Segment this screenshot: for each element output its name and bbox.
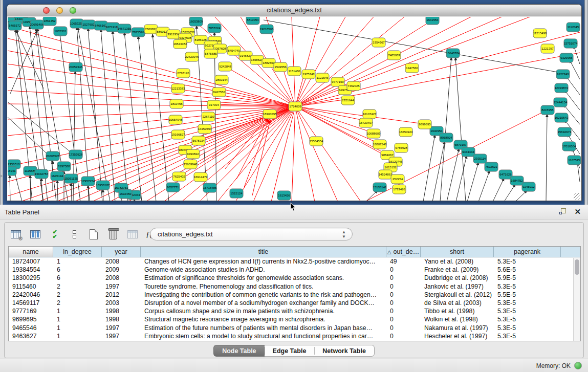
graph-node[interactable]: 1641554	[426, 17, 439, 25]
graph-node[interactable]: 1121546	[316, 73, 329, 82]
graph-node[interactable]: 17359928	[69, 150, 83, 159]
graph-node[interactable]: 7815526	[132, 28, 145, 37]
graph-node[interactable]: 917004	[207, 100, 221, 110]
graph-node[interactable]: 9493822	[186, 149, 200, 159]
panel-collapse-arrow-icon[interactable]	[0, 174, 3, 178]
graph-node[interactable]: 16107427	[363, 110, 377, 119]
tab-node-table[interactable]: Node Table	[213, 345, 264, 357]
graph-node[interactable]: 9227343	[556, 70, 570, 79]
table-row[interactable]: 946362711997Embryonic stem cells: a mode…	[9, 332, 580, 340]
table-row[interactable]: 977716911998Corpus callosum shape and si…	[9, 307, 580, 315]
table-row[interactable]: 911546021997Tourette syndrome. Phenomeno…	[9, 282, 580, 291]
graph-node[interactable]: 8813054	[246, 17, 259, 25]
table-row[interactable]: 946554611997Estimation of the future num…	[9, 324, 580, 332]
table-row[interactable]: 969969511998Structural magnetic resonanc…	[9, 315, 580, 323]
graph-node[interactable]: 1947560	[405, 63, 419, 73]
graph-node[interactable]: 20206526	[46, 151, 60, 161]
graph-node[interactable]: 15716485	[203, 183, 217, 192]
graph-node[interactable]: 9857771	[166, 183, 180, 192]
graph-node[interactable]: 16210643	[555, 113, 569, 122]
table-row[interactable]: 1830029562008Estimation of significance …	[9, 274, 580, 282]
window-titlebar[interactable]: citations_edges.txt	[7, 5, 581, 16]
graph-node[interactable]: 9899695	[418, 120, 431, 129]
graph-node[interactable]: 16648784	[446, 49, 460, 58]
graph-node[interactable]: 8454749	[227, 46, 241, 55]
table-selector-dropdown[interactable]: citations_edges.txt ▲▼	[150, 228, 353, 240]
graph-node[interactable]: 17957254	[81, 177, 95, 186]
graph-node[interactable]: 1549556	[274, 62, 287, 72]
graph-node[interactable]: 8427552	[212, 87, 226, 97]
graph-node[interactable]: 18300295	[263, 110, 277, 119]
tab-edge-table[interactable]: Edge Table	[265, 345, 315, 357]
graph-node[interactable]: 1515124	[230, 189, 243, 198]
graph-node[interactable]: 16914479	[194, 172, 208, 182]
graph-node[interactable]: 1221397	[541, 44, 554, 53]
graph-node[interactable]: 1112045	[567, 23, 580, 32]
column-header-name[interactable]: name	[9, 247, 53, 257]
graph-node[interactable]: 1724009	[289, 102, 302, 111]
graph-node[interactable]: 9756928	[395, 143, 408, 152]
table-row[interactable]: 1456911722003Disruption of a novel membe…	[9, 299, 580, 307]
graph-node[interactable]: 7462025	[347, 81, 360, 91]
memory-status-icon[interactable]	[574, 362, 582, 369]
graph-node[interactable]: 16053809	[189, 17, 203, 26]
graph-node[interactable]: 1065301	[54, 27, 67, 36]
graph-node[interactable]: 11215498	[533, 29, 547, 38]
graph-node[interactable]: 1151460	[288, 67, 301, 76]
close-panel-icon[interactable]: ✕	[574, 207, 581, 216]
graph-node[interactable]: 16958187	[96, 181, 110, 190]
graph-node[interactable]: 20691406	[30, 20, 44, 29]
graph-node[interactable]: 3297588	[57, 162, 71, 171]
table-row[interactable]: 1872400712008Changes of HCN gene express…	[9, 257, 580, 266]
graph-node[interactable]: 15136141	[373, 183, 387, 192]
table-scrollbar[interactable]	[573, 258, 580, 341]
graph-node[interactable]: 1684752	[510, 176, 524, 185]
graph-node[interactable]: 1645194	[51, 171, 64, 181]
graph-node[interactable]: 7863822	[144, 25, 158, 34]
column-header-short[interactable]: short	[421, 247, 494, 257]
show-columns-icon[interactable]	[28, 228, 42, 241]
window-resize-grip[interactable]	[574, 193, 580, 200]
graph-node[interactable]: 7485083	[387, 51, 401, 60]
graph-node[interactable]: 1568520	[250, 55, 264, 64]
graph-node[interactable]: 7625402	[172, 172, 186, 181]
graph-node[interactable]: 15609948	[184, 160, 198, 169]
graph-node[interactable]: 12213383	[171, 84, 185, 93]
graph-node[interactable]: 5875685	[204, 49, 217, 58]
graph-node[interactable]: 15584554	[310, 137, 323, 146]
graph-node[interactable]: 1861452	[43, 17, 56, 26]
table-row[interactable]: 2242004622012Investigating the contribut…	[9, 291, 580, 299]
float-panel-icon[interactable]	[559, 208, 567, 215]
graph-node[interactable]: 12093872	[555, 83, 569, 93]
graph-node[interactable]: 1810755	[170, 99, 183, 108]
graph-node[interactable]: 16654923	[399, 127, 413, 137]
graph-node[interactable]: 19218506	[260, 25, 274, 34]
graph-node[interactable]: 7632621	[485, 162, 498, 171]
graph-node[interactable]: 5678334	[192, 136, 205, 145]
graph-node[interactable]: 15692971	[558, 127, 572, 137]
column-header-year[interactable]: year	[102, 247, 141, 257]
graph-node[interactable]: 12444154	[554, 98, 568, 107]
graph-node[interactable]: 17016504	[562, 142, 576, 151]
select-all-icon[interactable]: ✔✔	[48, 228, 62, 241]
graph-node[interactable]: 14524861	[379, 170, 393, 179]
graph-node[interactable]: 1975743	[302, 70, 315, 79]
table-row[interactable]: 1938455462009Genome-wide association stu…	[9, 266, 580, 274]
graph-node[interactable]: 13942757	[35, 169, 49, 179]
column-header-pagerank[interactable]: pagerank	[494, 247, 561, 257]
graph-node[interactable]: 3915941	[8, 166, 16, 176]
network-canvas[interactable]: 2063551164023454055721035572206914061861…	[8, 17, 581, 201]
graph-node[interactable]: 10688609	[367, 129, 381, 138]
graph-node[interactable]: 7857224	[208, 24, 221, 33]
graph-node[interactable]: 18807243	[373, 140, 387, 149]
delete-column-icon[interactable]	[106, 228, 120, 241]
clear-selection-icon[interactable]	[67, 228, 81, 241]
column-header-title[interactable]: title	[141, 247, 386, 257]
create-column-icon[interactable]	[86, 228, 101, 241]
graph-node[interactable]: 2351644	[341, 96, 355, 105]
graph-node[interactable]: 2935114	[473, 154, 487, 163]
graph-node[interactable]: 8958924	[440, 133, 453, 142]
graph-node[interactable]: 9245012	[522, 182, 535, 191]
graph-node[interactable]: 19166827	[171, 130, 185, 139]
graph-node[interactable]: 9777169	[331, 77, 344, 86]
